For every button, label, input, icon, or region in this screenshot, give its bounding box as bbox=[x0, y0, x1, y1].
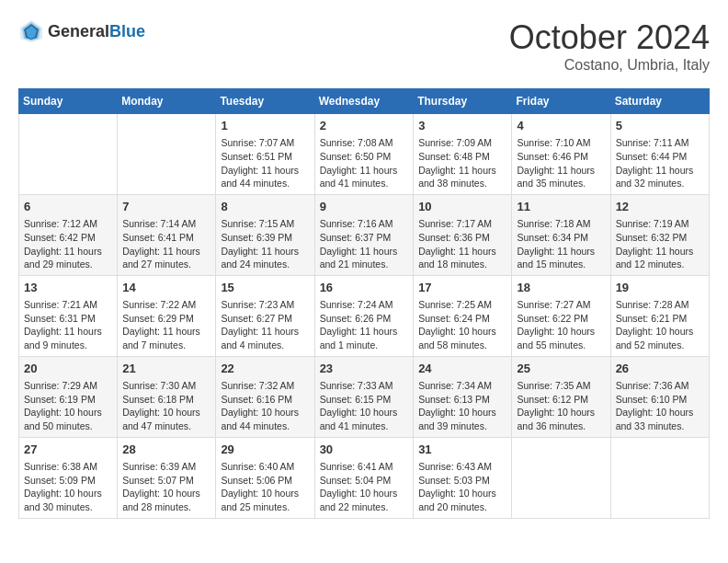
day-number: 27 bbox=[24, 442, 112, 458]
header-wednesday: Wednesday bbox=[314, 89, 414, 114]
day-number: 13 bbox=[24, 280, 112, 296]
daylight-text: Daylight: 10 hours and 39 minutes. bbox=[418, 407, 496, 431]
daylight-text: Daylight: 11 hours and 12 minutes. bbox=[616, 246, 694, 270]
table-row: 4 Sunrise: 7:10 AM Sunset: 6:46 PM Dayli… bbox=[512, 114, 610, 195]
sunset-text: Sunset: 6:34 PM bbox=[517, 232, 588, 243]
sunset-text: Sunset: 6:42 PM bbox=[24, 232, 96, 243]
day-number: 26 bbox=[616, 361, 704, 377]
day-number: 23 bbox=[320, 361, 409, 377]
sunset-text: Sunset: 6:19 PM bbox=[24, 394, 96, 405]
sunrise-text: Sunrise: 7:07 AM bbox=[221, 137, 294, 148]
sunset-text: Sunset: 6:39 PM bbox=[221, 232, 292, 243]
sunset-text: Sunset: 6:32 PM bbox=[616, 232, 688, 243]
sunset-text: Sunset: 6:29 PM bbox=[122, 313, 194, 324]
daylight-text: Daylight: 11 hours and 35 minutes. bbox=[517, 165, 595, 190]
calendar-week-row: 27 Sunrise: 6:38 AM Sunset: 5:09 PM Dayl… bbox=[19, 437, 710, 518]
daylight-text: Daylight: 10 hours and 52 minutes. bbox=[616, 326, 694, 350]
logo-icon bbox=[18, 18, 44, 44]
day-number: 3 bbox=[418, 118, 506, 134]
sunrise-text: Sunrise: 7:24 AM bbox=[320, 299, 393, 310]
daylight-text: Daylight: 10 hours and 28 minutes. bbox=[122, 488, 200, 512]
sunset-text: Sunset: 6:18 PM bbox=[122, 394, 194, 405]
day-number: 7 bbox=[122, 199, 210, 215]
day-number: 15 bbox=[221, 280, 309, 296]
daylight-text: Daylight: 10 hours and 44 minutes. bbox=[221, 407, 299, 431]
daylight-text: Daylight: 11 hours and 9 minutes. bbox=[24, 326, 102, 350]
sunrise-text: Sunrise: 7:18 AM bbox=[517, 218, 590, 229]
daylight-text: Daylight: 11 hours and 21 minutes. bbox=[320, 246, 398, 270]
sunset-text: Sunset: 5:06 PM bbox=[221, 475, 292, 486]
sunset-text: Sunset: 6:15 PM bbox=[320, 394, 392, 405]
sunrise-text: Sunrise: 7:35 AM bbox=[517, 380, 590, 391]
sunset-text: Sunset: 5:07 PM bbox=[122, 475, 194, 486]
sunrise-text: Sunrise: 7:17 AM bbox=[418, 218, 492, 229]
sunrise-text: Sunrise: 7:09 AM bbox=[418, 137, 492, 148]
daylight-text: Daylight: 11 hours and 18 minutes. bbox=[418, 246, 496, 270]
sunrise-text: Sunrise: 7:34 AM bbox=[418, 380, 492, 391]
table-row: 25 Sunrise: 7:35 AM Sunset: 6:12 PM Dayl… bbox=[512, 356, 610, 437]
day-number: 19 bbox=[616, 280, 704, 296]
sunrise-text: Sunrise: 6:40 AM bbox=[221, 461, 294, 472]
table-row bbox=[512, 437, 610, 518]
table-row: 30 Sunrise: 6:41 AM Sunset: 5:04 PM Dayl… bbox=[314, 437, 414, 518]
daylight-text: Daylight: 11 hours and 7 minutes. bbox=[122, 326, 200, 350]
table-row: 16 Sunrise: 7:24 AM Sunset: 6:26 PM Dayl… bbox=[314, 275, 414, 356]
table-row: 7 Sunrise: 7:14 AM Sunset: 6:41 PM Dayli… bbox=[118, 194, 216, 275]
daylight-text: Daylight: 11 hours and 32 minutes. bbox=[616, 165, 694, 190]
daylight-text: Daylight: 10 hours and 30 minutes. bbox=[24, 488, 102, 512]
daylight-text: Daylight: 11 hours and 29 minutes. bbox=[24, 246, 102, 270]
table-row: 18 Sunrise: 7:27 AM Sunset: 6:22 PM Dayl… bbox=[512, 275, 610, 356]
sunrise-text: Sunrise: 7:29 AM bbox=[24, 380, 97, 391]
day-number: 5 bbox=[616, 118, 704, 134]
day-number: 1 bbox=[221, 118, 309, 134]
table-row: 29 Sunrise: 6:40 AM Sunset: 5:06 PM Dayl… bbox=[216, 437, 314, 518]
day-number: 17 bbox=[418, 280, 506, 296]
day-number: 4 bbox=[517, 118, 605, 134]
day-number: 11 bbox=[517, 199, 605, 215]
daylight-text: Daylight: 10 hours and 55 minutes. bbox=[517, 326, 595, 350]
daylight-text: Daylight: 11 hours and 41 minutes. bbox=[320, 165, 398, 190]
logo-general: General bbox=[48, 22, 109, 40]
sunset-text: Sunset: 5:03 PM bbox=[418, 475, 490, 486]
day-number: 2 bbox=[320, 118, 409, 134]
table-row: 15 Sunrise: 7:23 AM Sunset: 6:27 PM Dayl… bbox=[216, 275, 314, 356]
sunrise-text: Sunrise: 7:10 AM bbox=[517, 137, 590, 148]
sunset-text: Sunset: 6:50 PM bbox=[320, 151, 392, 162]
table-row: 14 Sunrise: 7:22 AM Sunset: 6:29 PM Dayl… bbox=[118, 275, 216, 356]
table-row: 17 Sunrise: 7:25 AM Sunset: 6:24 PM Dayl… bbox=[414, 275, 512, 356]
day-number: 9 bbox=[320, 199, 409, 215]
day-number: 18 bbox=[517, 280, 605, 296]
sunrise-text: Sunrise: 7:33 AM bbox=[320, 380, 393, 391]
sunrise-text: Sunrise: 7:30 AM bbox=[122, 380, 196, 391]
day-number: 20 bbox=[24, 361, 112, 377]
day-number: 22 bbox=[221, 361, 309, 377]
table-row bbox=[610, 437, 709, 518]
daylight-text: Daylight: 10 hours and 33 minutes. bbox=[616, 407, 694, 431]
sunrise-text: Sunrise: 7:14 AM bbox=[122, 218, 196, 229]
sunset-text: Sunset: 6:36 PM bbox=[418, 232, 490, 243]
sunrise-text: Sunrise: 6:38 AM bbox=[24, 461, 97, 472]
sunrise-text: Sunrise: 7:21 AM bbox=[24, 299, 97, 310]
sunset-text: Sunset: 6:46 PM bbox=[517, 151, 588, 162]
table-row: 26 Sunrise: 7:36 AM Sunset: 6:10 PM Dayl… bbox=[610, 356, 709, 437]
sunset-text: Sunset: 6:51 PM bbox=[221, 151, 292, 162]
calendar-header-row: Sunday Monday Tuesday Wednesday Thursday… bbox=[19, 89, 710, 114]
table-row: 10 Sunrise: 7:17 AM Sunset: 6:36 PM Dayl… bbox=[414, 194, 512, 275]
sunset-text: Sunset: 6:48 PM bbox=[418, 151, 490, 162]
day-number: 10 bbox=[418, 199, 506, 215]
sunrise-text: Sunrise: 7:22 AM bbox=[122, 299, 196, 310]
sunrise-text: Sunrise: 7:16 AM bbox=[320, 218, 393, 229]
sunset-text: Sunset: 5:09 PM bbox=[24, 475, 96, 486]
sunset-text: Sunset: 6:26 PM bbox=[320, 313, 392, 324]
day-number: 8 bbox=[221, 199, 309, 215]
title-block: October 2024 Costano, Umbria, Italy bbox=[509, 18, 710, 74]
table-row: 11 Sunrise: 7:18 AM Sunset: 6:34 PM Dayl… bbox=[512, 194, 610, 275]
table-row: 6 Sunrise: 7:12 AM Sunset: 6:42 PM Dayli… bbox=[19, 194, 118, 275]
table-row: 1 Sunrise: 7:07 AM Sunset: 6:51 PM Dayli… bbox=[216, 114, 314, 195]
calendar-week-row: 1 Sunrise: 7:07 AM Sunset: 6:51 PM Dayli… bbox=[19, 114, 710, 195]
calendar-week-row: 6 Sunrise: 7:12 AM Sunset: 6:42 PM Dayli… bbox=[19, 194, 710, 275]
sunrise-text: Sunrise: 7:08 AM bbox=[320, 137, 393, 148]
daylight-text: Daylight: 11 hours and 4 minutes. bbox=[221, 326, 299, 350]
sunset-text: Sunset: 6:22 PM bbox=[517, 313, 588, 324]
daylight-text: Daylight: 10 hours and 25 minutes. bbox=[221, 488, 299, 512]
